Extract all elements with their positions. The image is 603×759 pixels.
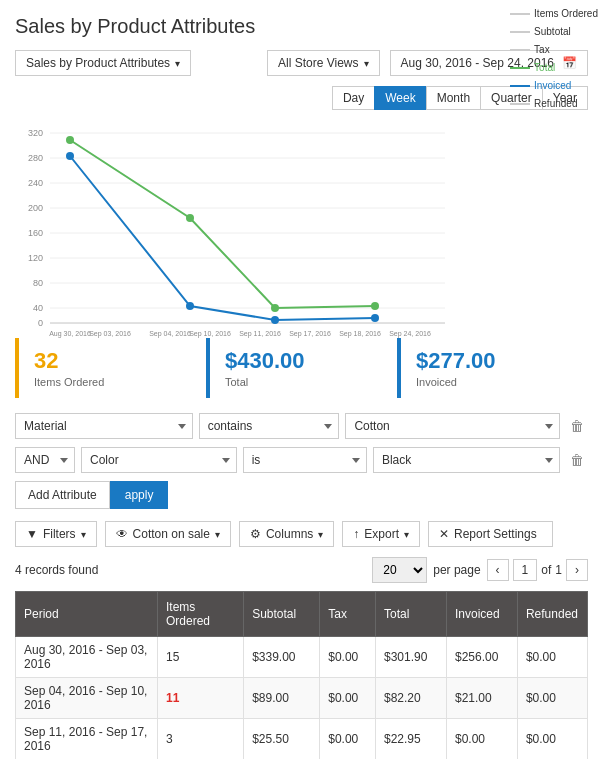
stat-total-label: Total (225, 376, 382, 388)
columns-icon: ⚙ (250, 527, 261, 541)
filter-1-attribute[interactable]: Material (15, 413, 193, 439)
legend-total: Total (510, 59, 598, 77)
stat-total-value: $430.00 (225, 348, 382, 374)
svg-text:40: 40 (33, 303, 43, 313)
col-header-invoiced: Invoiced (446, 592, 517, 637)
cell-subtotal: $89.00 (244, 678, 320, 719)
filter-row-1: Material contains Cotton 🗑 (15, 413, 588, 439)
export-button[interactable]: ↑ Export (342, 521, 420, 547)
legend-refunded: Refunded (510, 95, 598, 113)
page-nav: ‹ 1 of 1 › (487, 559, 588, 581)
per-page-select[interactable]: 20 30 50 100 200 (372, 557, 427, 583)
store-view-selector[interactable]: All Store Views (267, 50, 379, 76)
table-header-row: Period Items Ordered Subtotal Tax Total … (16, 592, 588, 637)
cell-total: $301.90 (375, 637, 446, 678)
filter-1-operator[interactable]: contains (199, 413, 340, 439)
filter-2-delete-button[interactable]: 🗑 (566, 450, 588, 470)
cell-invoiced: $0.00 (446, 719, 517, 760)
stat-invoiced-value: $277.00 (416, 348, 573, 374)
time-period-bar: Day Week Month Quarter Year (15, 86, 588, 110)
svg-point-32 (186, 302, 194, 310)
cell-period: Sep 04, 2016 - Sep 10, 2016 (16, 678, 158, 719)
cell-period: Aug 30, 2016 - Sep 03, 2016 (16, 637, 158, 678)
cell-refunded: $0.00 (517, 719, 587, 760)
stats-row: 32 Items Ordered $430.00 Total $277.00 I… (15, 338, 588, 398)
records-found: 4 records found (15, 563, 366, 577)
cell-invoiced: $21.00 (446, 678, 517, 719)
svg-text:80: 80 (33, 278, 43, 288)
filter-2-operator[interactable]: is (243, 447, 367, 473)
prev-page-button[interactable]: ‹ (487, 559, 509, 581)
report-selector[interactable]: Sales by Product Attributes (15, 50, 191, 76)
svg-text:Sep 17, 2016: Sep 17, 2016 (289, 330, 331, 338)
data-table: Period Items Ordered Subtotal Tax Total … (15, 591, 588, 759)
report-settings-button[interactable]: ✕ Report Settings (428, 521, 553, 547)
time-btn-day[interactable]: Day (332, 86, 375, 110)
filters-label: Filters (43, 527, 76, 541)
legend-items-ordered: Items Ordered (510, 5, 598, 23)
filter-2-value[interactable]: Black (373, 447, 560, 473)
cell-items: 3 (157, 719, 243, 760)
cell-refunded: $0.00 (517, 637, 587, 678)
stat-items-ordered: 32 Items Ordered (15, 338, 206, 398)
legend-subtotal: Subtotal (510, 23, 598, 41)
svg-point-29 (271, 304, 279, 312)
pagination-bar: 4 records found 20 30 50 100 200 per pag… (15, 557, 588, 583)
toolbar: ▼ Filters 👁 Cotton on sale ⚙ Columns ↑ E… (15, 521, 588, 547)
cell-tax: $0.00 (320, 678, 376, 719)
cell-subtotal: $339.00 (244, 637, 320, 678)
eye-button[interactable]: 👁 Cotton on sale (105, 521, 231, 547)
svg-text:320: 320 (28, 128, 43, 138)
report-settings-label: Report Settings (454, 527, 537, 541)
svg-point-27 (66, 136, 74, 144)
filter-1-value[interactable]: Cotton (345, 413, 560, 439)
chart-area: 320 280 240 200 160 120 80 40 0 Aug 30, … (15, 118, 588, 338)
total-pages-label: of (541, 563, 551, 577)
col-header-tax: Tax (320, 592, 376, 637)
cell-items: 15 (157, 637, 243, 678)
svg-text:120: 120 (28, 253, 43, 263)
cell-invoiced: $256.00 (446, 637, 517, 678)
filter-2-attribute[interactable]: Color (81, 447, 237, 473)
svg-text:280: 280 (28, 153, 43, 163)
svg-text:Sep 11, 2016: Sep 11, 2016 (239, 330, 281, 338)
time-btn-week[interactable]: Week (374, 86, 426, 110)
action-bar: Add Attribute apply (15, 481, 588, 509)
col-header-subtotal: Subtotal (244, 592, 320, 637)
svg-point-30 (371, 302, 379, 310)
table-row: Sep 11, 2016 - Sep 17, 2016 3 $25.50 $0.… (16, 719, 588, 760)
svg-point-28 (186, 214, 194, 222)
chart-legend: Items Ordered Subtotal Tax Total Invoice… (510, 5, 598, 113)
line-chart: 320 280 240 200 160 120 80 40 0 Aug 30, … (15, 118, 525, 338)
svg-text:0: 0 (38, 318, 43, 328)
add-attribute-button[interactable]: Add Attribute (15, 481, 110, 509)
header-controls: Sales by Product Attributes All Store Vi… (15, 50, 588, 76)
cell-refunded: $0.00 (517, 678, 587, 719)
cell-items: 11 (157, 678, 243, 719)
filters-button[interactable]: ▼ Filters (15, 521, 97, 547)
svg-text:Sep 04, 2016: Sep 04, 2016 (149, 330, 191, 338)
eye-label: Cotton on sale (133, 527, 210, 541)
next-page-button[interactable]: › (566, 559, 588, 581)
apply-button[interactable]: apply (110, 481, 169, 509)
settings-icon: ✕ (439, 527, 449, 541)
export-label: Export (364, 527, 399, 541)
stat-invoiced-label: Invoiced (416, 376, 573, 388)
cell-tax: $0.00 (320, 719, 376, 760)
filter-2-logic[interactable]: AND OR (15, 447, 75, 473)
cell-tax: $0.00 (320, 637, 376, 678)
page-title: Sales by Product Attributes (15, 15, 588, 38)
svg-text:160: 160 (28, 228, 43, 238)
cell-period: Sep 11, 2016 - Sep 17, 2016 (16, 719, 158, 760)
columns-button[interactable]: ⚙ Columns (239, 521, 334, 547)
filter-row-2: AND OR Color is Black 🗑 (15, 447, 588, 473)
col-header-period: Period (16, 592, 158, 637)
svg-text:Sep 18, 2016: Sep 18, 2016 (339, 330, 381, 338)
table-row: Sep 04, 2016 - Sep 10, 2016 11 $89.00 $0… (16, 678, 588, 719)
time-btn-month[interactable]: Month (426, 86, 481, 110)
filter-1-delete-button[interactable]: 🗑 (566, 416, 588, 436)
svg-point-34 (371, 314, 379, 322)
svg-point-33 (271, 316, 279, 324)
cell-subtotal: $25.50 (244, 719, 320, 760)
col-header-items: Items Ordered (157, 592, 243, 637)
